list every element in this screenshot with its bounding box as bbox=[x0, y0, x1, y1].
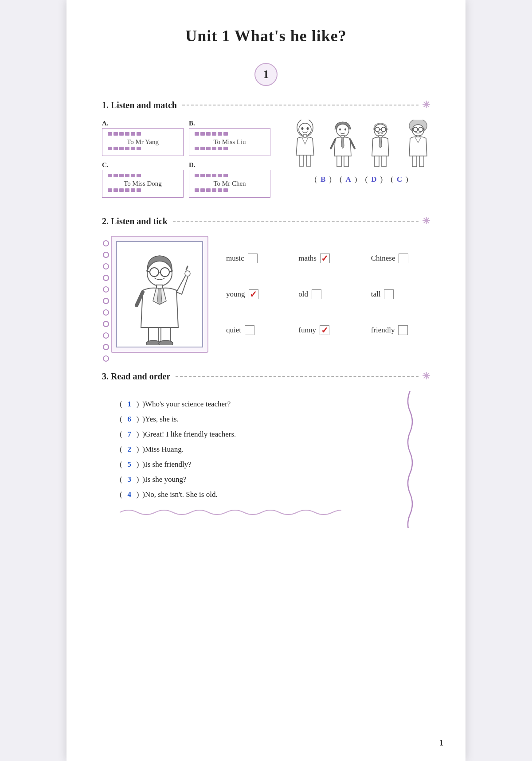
order-num-2: 6 bbox=[126, 415, 133, 424]
card-d-dots-bottom bbox=[195, 188, 265, 192]
checkbox-friendly[interactable] bbox=[398, 325, 408, 335]
order-num-6: 3 bbox=[126, 475, 133, 484]
notebook-container bbox=[111, 236, 208, 353]
card-d-header: D. bbox=[189, 161, 270, 169]
card-b-dots-bottom bbox=[195, 147, 265, 150]
tick-item-young: young ✓ bbox=[226, 289, 285, 299]
order-item-5: ( 5 ) )Is she friendly? bbox=[120, 460, 412, 469]
card-c: C. To Miss Dong bbox=[102, 161, 184, 198]
section2-dashed-line bbox=[173, 221, 419, 222]
section3-dashed-line bbox=[176, 376, 419, 377]
svg-point-13 bbox=[374, 124, 387, 137]
section2-label: 2. Listen and tick bbox=[102, 216, 168, 226]
tick-item-funny: funny ✓ bbox=[298, 325, 357, 335]
spiral-holes bbox=[103, 240, 109, 362]
checkbox-chinese[interactable] bbox=[399, 254, 408, 263]
tick-item-friendly: friendly bbox=[371, 325, 430, 335]
svg-point-7 bbox=[336, 124, 349, 137]
svg-point-33 bbox=[146, 340, 160, 345]
svg-point-26 bbox=[147, 261, 172, 286]
checkbox-quiet[interactable] bbox=[245, 325, 254, 335]
cards-grid: A. To Mr Yang bbox=[102, 120, 270, 198]
card-d: D. To Mr Chen bbox=[189, 161, 270, 198]
svg-point-1 bbox=[299, 123, 311, 136]
card-b-box: To Miss Liu bbox=[189, 128, 270, 156]
wavy-line bbox=[120, 506, 341, 519]
tick-label-quiet: quiet bbox=[226, 326, 241, 335]
order-text-6: )Is she young? bbox=[142, 475, 186, 484]
order-item-6: ( 3 ) )Is she young? bbox=[120, 475, 412, 484]
tick-item-tall: tall bbox=[371, 289, 430, 299]
page: Unit 1 What's he like? 1 1. Listen and m… bbox=[66, 0, 466, 761]
figure-1 bbox=[288, 120, 321, 168]
order-item-1: ( 1 ) )Who's your science teacher? bbox=[120, 400, 412, 409]
checkbox-old[interactable] bbox=[312, 289, 321, 299]
section1-asterisk: ✳ bbox=[422, 99, 430, 111]
checkbox-maths[interactable]: ✓ bbox=[320, 254, 330, 263]
svg-point-2 bbox=[301, 127, 303, 130]
tick-item-music: music bbox=[226, 254, 285, 263]
order-item-3: ( 7 ) )Great! I like friendly teachers. bbox=[120, 430, 412, 439]
svg-point-34 bbox=[159, 340, 173, 345]
card-a: A. To Mr Yang bbox=[102, 120, 184, 156]
tick-section: music maths ✓ Chinese young ✓ o bbox=[102, 236, 430, 353]
svg-rect-12 bbox=[344, 156, 348, 167]
checkbox-tall[interactable] bbox=[384, 289, 394, 299]
notebook-inner bbox=[116, 241, 203, 347]
svg-rect-5 bbox=[299, 155, 304, 166]
section-number-container: 1 bbox=[102, 63, 430, 86]
order-text-5: )Is she friendly? bbox=[142, 460, 191, 469]
card-c-dots-bottom bbox=[108, 188, 178, 192]
order-num-3: 7 bbox=[126, 430, 133, 439]
card-b: B. To Miss Liu bbox=[189, 120, 270, 156]
tick-label-tall: tall bbox=[371, 290, 381, 299]
figure-2 bbox=[326, 120, 359, 168]
svg-rect-17 bbox=[375, 156, 379, 167]
card-d-box: To Mr Chen bbox=[189, 170, 270, 198]
page-title: Unit 1 What's he like? bbox=[102, 27, 430, 45]
checkbox-music[interactable] bbox=[248, 254, 258, 263]
svg-point-30 bbox=[185, 271, 190, 276]
checkmark-maths: ✓ bbox=[321, 254, 329, 263]
order-text-7: )No, she isn't. She is old. bbox=[142, 490, 217, 499]
figures-area: ( B ) ( A ) ( D ) ( C ) bbox=[288, 120, 434, 184]
card-a-box: To Mr Yang bbox=[102, 128, 184, 156]
card-a-dots-top bbox=[108, 132, 178, 136]
tick-label-friendly: friendly bbox=[371, 326, 395, 335]
svg-rect-6 bbox=[306, 155, 311, 166]
svg-point-20 bbox=[412, 125, 424, 136]
checkbox-funny[interactable]: ✓ bbox=[320, 325, 329, 335]
figures-row bbox=[288, 120, 434, 168]
card-d-dots-top bbox=[195, 174, 265, 177]
section1-label: 1. Listen and match bbox=[102, 100, 177, 110]
figure-3 bbox=[364, 120, 397, 168]
card-c-dots-top bbox=[108, 174, 178, 177]
order-section: ( 1 ) )Who's your science teacher? ( 6 )… bbox=[102, 391, 430, 528]
section1-dashed-line bbox=[182, 105, 419, 105]
match-area: A. To Mr Yang bbox=[102, 120, 430, 198]
section2-asterisk: ✳ bbox=[422, 215, 430, 227]
order-text-2: )Yes, she is. bbox=[142, 415, 178, 424]
section1-header: 1. Listen and match ✳ bbox=[102, 99, 430, 111]
svg-rect-11 bbox=[337, 156, 341, 167]
svg-rect-24 bbox=[412, 156, 417, 167]
tick-label-music: music bbox=[226, 254, 244, 263]
svg-rect-25 bbox=[419, 156, 424, 167]
tick-label-maths: maths bbox=[298, 254, 317, 263]
order-text-3: )Great! I like friendly teachers. bbox=[142, 430, 236, 439]
checkbox-young[interactable]: ✓ bbox=[249, 289, 258, 299]
squiggle-decoration bbox=[403, 391, 417, 528]
svg-rect-18 bbox=[382, 156, 386, 167]
order-num-5: 5 bbox=[126, 460, 133, 469]
card-a-dots-bottom bbox=[108, 147, 178, 150]
section3-asterisk: ✳ bbox=[422, 371, 430, 382]
card-d-name: To Mr Chen bbox=[195, 179, 265, 188]
answer-c: C bbox=[397, 175, 402, 184]
notebook bbox=[111, 236, 208, 353]
tick-items: music maths ✓ Chinese young ✓ o bbox=[226, 236, 430, 353]
svg-point-9 bbox=[344, 129, 346, 131]
order-item-2: ( 6 ) )Yes, she is. bbox=[120, 415, 412, 424]
teacher-illustration bbox=[124, 243, 195, 345]
section2-header: 2. Listen and tick ✳ bbox=[102, 215, 430, 227]
tick-item-old: old bbox=[298, 289, 357, 299]
